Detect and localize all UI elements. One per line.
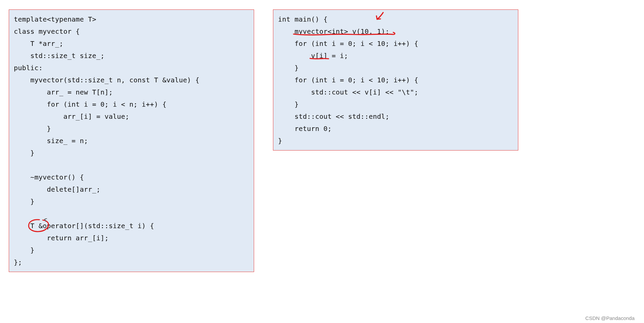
code-right-line-7: } <box>278 100 299 108</box>
code-left-line-5: myvector(std::size_t n, const T &value) … <box>14 76 200 84</box>
code-left-line-3: std::size_t size_; <box>14 52 104 60</box>
code-left-line-9: } <box>14 125 51 133</box>
code-right-line-8: std::cout << std::endl; <box>278 112 390 120</box>
code-left-line-10: size_ = n; <box>14 137 88 145</box>
code-left-line-17: T &operator[](std::size_t i) { <box>14 222 154 230</box>
code-right-line-1: myvector<int> v(10, 1); <box>278 27 390 35</box>
code-left-line-18: return arr_[i]; <box>14 234 109 242</box>
code-left-line-11: } <box>14 149 34 157</box>
code-left-line-2: T *arr_; <box>14 39 63 48</box>
code-right-line-4: } <box>278 64 299 72</box>
code-left-line-20: }; <box>14 258 22 266</box>
code-right-line-6: std::cout << v[i] << "\t"; <box>278 88 418 96</box>
code-right-line-3: v[i] = i; <box>278 52 348 60</box>
columns: template<typename T> class myvector { T … <box>9 9 635 272</box>
code-left-line-14: delete[]arr_; <box>14 185 100 193</box>
code-right-line-10: } <box>278 137 282 145</box>
code-left-line-19: } <box>14 246 34 254</box>
code-left-line-7: for (int i = 0; i < n; i++) { <box>14 100 166 108</box>
code-right-line-2: for (int i = 0; i < 10; i++) { <box>278 39 418 48</box>
code-left-line-8: arr_[i] = value; <box>14 112 129 120</box>
code-box-right: int main() { myvector<int> v(10, 1); for… <box>273 9 518 151</box>
code-left-line-6: arr_ = new T[n]; <box>14 88 113 96</box>
code-left-line-4: public: <box>14 64 43 72</box>
code-right-line-9: return 0; <box>278 125 332 133</box>
code-right-line-5: for (int i = 0; i < 10; i++) { <box>278 76 418 84</box>
code-box-left: template<typename T> class myvector { T … <box>9 9 254 272</box>
code-left-line-13: ~myvector() { <box>14 173 84 181</box>
code-right-line-0: int main() { <box>278 15 328 23</box>
code-left-line-1: class myvector { <box>14 27 80 35</box>
code-right: int main() { myvector<int> v(10, 1); for… <box>278 13 513 147</box>
code-left-line-15: } <box>14 197 34 206</box>
code-left-line-0: template<typename T> <box>14 15 96 23</box>
code-left: template<typename T> class myvector { T … <box>14 13 249 268</box>
watermark: CSDN @Pandaconda <box>585 315 635 321</box>
page: template<typename T> class myvector { T … <box>0 0 644 323</box>
